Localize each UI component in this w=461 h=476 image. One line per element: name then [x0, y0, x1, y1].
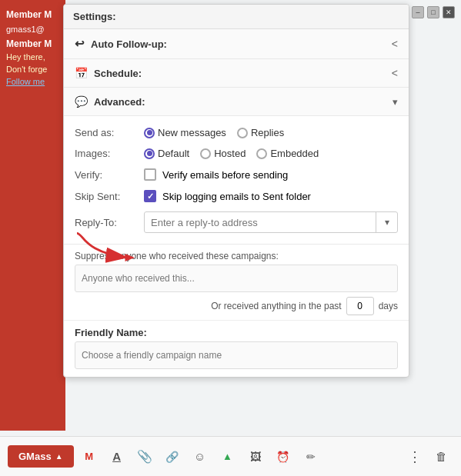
drive-icon[interactable]: ▲ — [215, 444, 240, 469]
advanced-section: 💬 Advanced: ▾ Send as: New messages Repl… — [64, 88, 409, 245]
verify-label: Verify: — [75, 169, 136, 181]
images-default[interactable]: Default — [144, 148, 189, 159]
images-hosted-radio[interactable] — [200, 148, 211, 159]
bg-link[interactable]: Follow me — [0, 75, 65, 88]
schedule-label: Schedule: — [94, 68, 142, 79]
reply-to-row: Reply-To: ▾ — [75, 207, 398, 238]
reply-to-dropdown-btn[interactable]: ▾ — [376, 212, 397, 232]
verify-checkbox[interactable] — [144, 168, 156, 181]
skip-sent-label: Skip Sent: — [75, 191, 136, 202]
reply-to-label: Reply-To: — [75, 217, 136, 228]
settings-panel: Settings: ↩ Auto Follow-up: < 📅 Schedule… — [63, 4, 409, 378]
link-icon[interactable]: 🔗 — [160, 444, 185, 469]
images-hosted[interactable]: Hosted — [200, 148, 246, 159]
skip-sent-row: Skip Sent: Skip logging emails to Sent f… — [75, 185, 398, 207]
schedule-icon: 📅 — [75, 67, 88, 79]
minimize-button[interactable]: – — [412, 6, 424, 18]
skip-sent-checkbox[interactable] — [144, 190, 156, 202]
bottom-toolbar: GMass ▲ M A 📎 🔗 ☺ ▲ 🖼 ⏰ ✏ ⋮ 🗑 — [0, 436, 461, 476]
pencil-icon[interactable]: ✏ — [299, 444, 323, 469]
bg-email: gmass1@ — [0, 22, 65, 37]
auto-followup-label: Auto Follow-up: — [91, 38, 167, 50]
friendly-name-input[interactable] — [75, 341, 398, 369]
send-as-options: New messages Replies — [144, 127, 284, 138]
skip-sent-checkbox-item: Skip logging emails to Sent folder — [144, 190, 311, 202]
bg-name2: Member M — [0, 37, 65, 51]
send-as-replies-label: Replies — [251, 127, 284, 138]
suppress-label: Suppress anyone who received these campa… — [75, 251, 398, 261]
attach-icon[interactable]: 📎 — [132, 444, 157, 469]
schedule-section[interactable]: 📅 Schedule: < — [64, 59, 409, 88]
schedule-icon-toolbar[interactable]: ⏰ — [271, 444, 296, 469]
toolbar-right: ⋮ 🗑 — [403, 444, 453, 469]
text-format-icon[interactable]: A — [105, 444, 129, 469]
trash-icon[interactable]: 🗑 — [429, 444, 453, 469]
suppress-section: Suppress anyone who received these campa… — [64, 245, 409, 321]
days-input[interactable] — [346, 297, 374, 315]
window-controls: – □ ✕ — [412, 6, 455, 18]
more-options-icon[interactable]: ⋮ — [403, 444, 427, 469]
gmass-caret: ▲ — [55, 452, 63, 461]
advanced-icon: 💬 — [75, 95, 88, 108]
reply-to-input[interactable] — [145, 212, 376, 232]
verify-checkbox-item: Verify emails before sending — [144, 168, 288, 181]
images-embedded-label: Embedded — [270, 148, 319, 159]
settings-title: Settings: — [64, 5, 409, 29]
schedule-chevron: < — [392, 67, 398, 79]
emoji-icon[interactable]: ☺ — [188, 444, 212, 469]
image-icon[interactable]: 🖼 — [243, 444, 268, 469]
advanced-chevron: ▾ — [393, 96, 398, 108]
maximize-button[interactable]: □ — [427, 6, 439, 18]
gmail-icon[interactable]: M — [77, 444, 102, 469]
images-label: Images: — [75, 148, 136, 159]
images-embedded[interactable]: Embedded — [256, 148, 319, 159]
bg-text2: Don't forge — [0, 63, 65, 75]
reply-to-wrapper: ▾ — [144, 211, 398, 233]
images-hosted-label: Hosted — [214, 148, 246, 159]
images-options: Default Hosted Embedded — [144, 148, 319, 159]
advanced-label: Advanced: — [94, 96, 145, 108]
images-row: Images: Default Hosted Embedded — [75, 143, 398, 164]
send-as-new-messages[interactable]: New messages — [144, 127, 226, 138]
received-label: Or received anything in the past — [211, 301, 341, 311]
received-row: Or received anything in the past days — [75, 297, 398, 315]
verify-row: Verify: Verify emails before sending — [75, 164, 398, 185]
bg-name1: Member M — [0, 8, 65, 22]
send-as-replies-radio[interactable] — [237, 128, 248, 138]
bg-text1: Hey there, — [0, 51, 65, 63]
advanced-body: Send as: New messages Replies Images: — [64, 116, 409, 244]
images-default-radio[interactable] — [144, 148, 155, 159]
send-as-new-messages-label: New messages — [158, 127, 226, 138]
friendly-name-section: Friendly Name: — [64, 321, 409, 377]
gmass-label: GMass — [18, 451, 52, 462]
auto-followup-chevron: < — [392, 38, 398, 50]
images-embedded-radio[interactable] — [256, 148, 267, 159]
background-panel: Member M gmass1@ Member M Hey there, Don… — [0, 0, 65, 431]
images-default-label: Default — [158, 148, 189, 159]
send-as-replies[interactable]: Replies — [237, 127, 284, 138]
friendly-name-label: Friendly Name: — [75, 327, 398, 338]
send-as-label: Send as: — [75, 127, 136, 138]
auto-followup-icon: ↩ — [75, 37, 85, 51]
auto-followup-section[interactable]: ↩ Auto Follow-up: < — [64, 29, 409, 59]
close-button[interactable]: ✕ — [443, 6, 455, 18]
verify-checkbox-label: Verify emails before sending — [162, 169, 288, 181]
skip-sent-checkbox-label: Skip logging emails to Sent folder — [162, 191, 311, 202]
send-as-new-messages-radio[interactable] — [144, 128, 155, 138]
suppress-input[interactable] — [75, 265, 398, 292]
gmass-button[interactable]: GMass ▲ — [8, 445, 74, 468]
send-as-row: Send as: New messages Replies — [75, 122, 398, 143]
advanced-header[interactable]: 💬 Advanced: ▾ — [64, 88, 409, 116]
days-label: days — [379, 301, 398, 311]
